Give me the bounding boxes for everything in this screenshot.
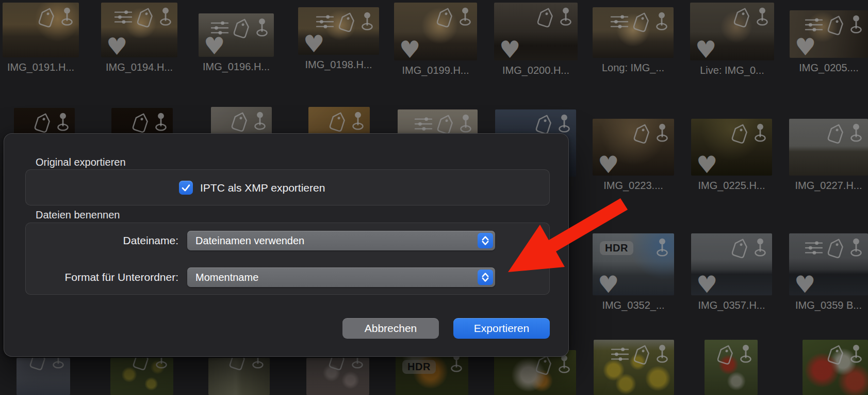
subfolder-label: Format für Unterordner: bbox=[25, 271, 178, 283]
subfolder-format-select[interactable]: Momentname bbox=[187, 267, 495, 287]
section-label-rename-files: Dateien benennen bbox=[36, 209, 120, 221]
iptc-xmp-checkbox-label[interactable]: IPTC als XMP exportieren bbox=[200, 182, 325, 194]
checkmark-icon bbox=[179, 182, 193, 193]
filename-format-select[interactable]: Dateinamen verwenden bbox=[187, 231, 495, 250]
cancel-button[interactable]: Abbrechen bbox=[342, 318, 439, 339]
chevron-up-down-icon bbox=[478, 270, 493, 285]
photos-app-window: IMG_0191.H...♥IMG_0194.H...♥IMG_0196.H..… bbox=[0, 0, 868, 395]
chevron-up-down-icon bbox=[478, 233, 493, 248]
subfolder-format-value: Momentname bbox=[187, 272, 478, 283]
export-dialog: Original exportieren IPTC als XMP export… bbox=[4, 133, 569, 357]
iptc-xmp-checkbox[interactable] bbox=[179, 181, 193, 195]
filename-format-value: Dateinamen verwenden bbox=[187, 235, 478, 247]
export-button[interactable]: Exportieren bbox=[453, 318, 550, 339]
filename-label: Dateiname: bbox=[25, 234, 178, 247]
section-label-export-original: Original exportieren bbox=[36, 156, 126, 168]
